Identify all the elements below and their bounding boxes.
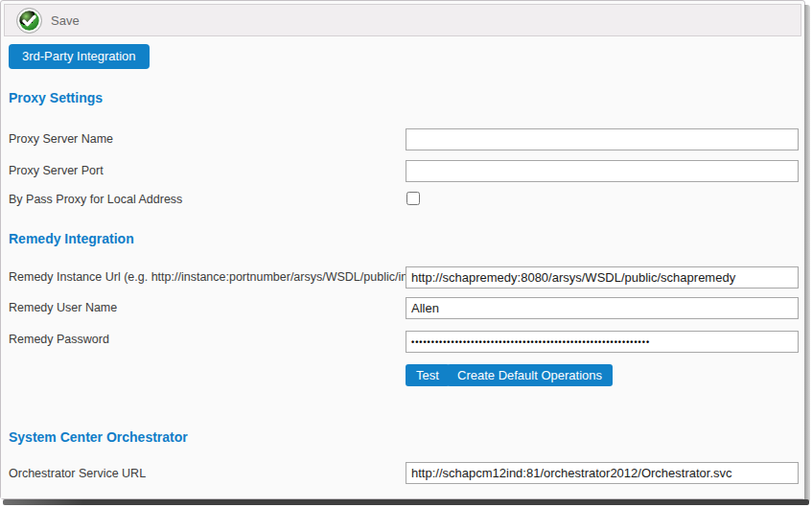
- remedy-password-input[interactable]: [406, 331, 799, 353]
- remedy-integration-heading: Remedy Integration: [9, 231, 134, 246]
- save-check-icon: [16, 8, 42, 34]
- remedy-user-name-label: Remedy User Name: [9, 301, 117, 314]
- bypass-proxy-checkbox[interactable]: [406, 192, 420, 205]
- bypass-proxy-label: By Pass Proxy for Local Address: [9, 193, 182, 206]
- orchestrator-service-url-input[interactable]: [406, 462, 799, 484]
- proxy-settings-heading: Proxy Settings: [9, 90, 103, 105]
- settings-window: Save 3rd-Party Integration Proxy Setting…: [0, 0, 805, 499]
- remedy-password-label: Remedy Password: [9, 333, 109, 346]
- remedy-instance-url-label: Remedy Instance Url (e.g. http://instanc…: [9, 270, 447, 284]
- save-button[interactable]: Save: [16, 8, 80, 34]
- proxy-server-port-input[interactable]: [406, 160, 799, 182]
- proxy-server-name-input[interactable]: [406, 128, 799, 150]
- proxy-server-port-label: Proxy Server Port: [9, 164, 104, 177]
- create-default-operations-button[interactable]: Create Default Operations: [447, 364, 613, 386]
- test-button[interactable]: Test: [406, 364, 450, 386]
- tab-3rd-party-integration[interactable]: 3rd-Party Integration: [9, 44, 150, 69]
- remedy-user-name-input[interactable]: [406, 297, 799, 319]
- toolbar: Save: [4, 4, 801, 36]
- remedy-instance-url-input[interactable]: [406, 266, 799, 289]
- settings-content: 3rd-Party Integration Proxy Settings Pro…: [1, 37, 804, 498]
- system-center-orchestrator-heading: System Center Orchestrator: [9, 429, 188, 445]
- proxy-server-name-label: Proxy Server Name: [9, 132, 113, 146]
- orchestrator-service-url-label: Orchestrator Service URL: [9, 467, 146, 480]
- save-label: Save: [51, 13, 80, 28]
